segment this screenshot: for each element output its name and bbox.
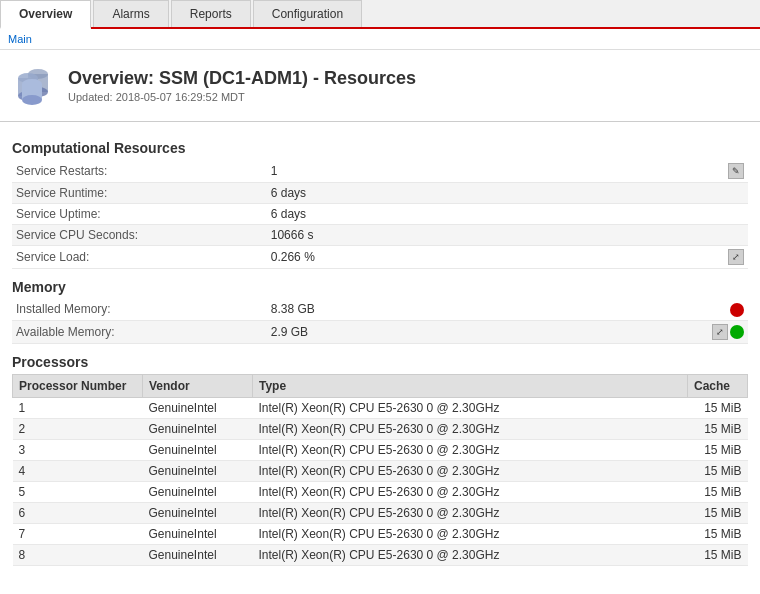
proc-cache: 15 MiB [688,544,748,565]
tab-bar: Overview Alarms Reports Configuration [0,0,760,29]
header-text: Overview: SSM (DC1-ADM1) - Resources Upd… [68,68,416,103]
table-row: Installed Memory: 8.38 GB [12,299,748,320]
expand-icon[interactable]: ⤢ [728,249,744,265]
page-header: Overview: SSM (DC1-ADM1) - Resources Upd… [0,50,760,122]
content-area: Computational Resources Service Restarts… [0,122,760,574]
table-row: 2 GenuineIntel Intel(R) Xeon(R) CPU E5-2… [13,418,748,439]
proc-vendor: GenuineIntel [143,502,253,523]
row-label: Service Runtime: [12,183,267,204]
proc-type: Intel(R) Xeon(R) CPU E5-2630 0 @ 2.30GHz [253,502,688,523]
table-row: Service CPU Seconds: 10666 s [12,225,748,246]
proc-number: 7 [13,523,143,544]
proc-vendor: GenuineIntel [143,439,253,460]
tab-reports[interactable]: Reports [171,0,251,27]
proc-vendor: GenuineIntel [143,418,253,439]
proc-cache: 15 MiB [688,460,748,481]
row-icon-cell [691,204,748,225]
table-row: 1 GenuineIntel Intel(R) Xeon(R) CPU E5-2… [13,397,748,418]
row-label: Installed Memory: [12,299,267,320]
proc-number: 5 [13,481,143,502]
table-header-row: Processor Number Vendor Type Cache [13,374,748,397]
row-value: 2.9 GB [267,320,692,343]
status-red-icon [730,303,744,317]
row-icon-cell [691,299,748,320]
row-label: Service CPU Seconds: [12,225,267,246]
processors-table: Processor Number Vendor Type Cache 1 Gen… [12,374,748,566]
proc-cache: 15 MiB [688,439,748,460]
row-icon-cell: ✎ [691,160,748,183]
row-value: 0.266 % [267,246,692,269]
col-vendor: Vendor [143,374,253,397]
edit-icon[interactable]: ✎ [728,163,744,179]
expand-icon[interactable]: ⤢ [712,324,728,340]
row-icon-cell: ⤢ [691,246,748,269]
ssm-icon [8,60,56,111]
table-row: 6 GenuineIntel Intel(R) Xeon(R) CPU E5-2… [13,502,748,523]
col-processor-number: Processor Number [13,374,143,397]
proc-cache: 15 MiB [688,502,748,523]
svg-point-8 [22,95,42,105]
page-title: Overview: SSM (DC1-ADM1) - Resources [68,68,416,89]
table-row: Service Runtime: 6 days [12,183,748,204]
proc-number: 3 [13,439,143,460]
row-icon-cell: ⤢ [691,320,748,343]
computational-table: Service Restarts: 1 ✎ Service Runtime: 6… [12,160,748,269]
tab-configuration[interactable]: Configuration [253,0,362,27]
status-green-icon [730,325,744,339]
proc-type: Intel(R) Xeon(R) CPU E5-2630 0 @ 2.30GHz [253,460,688,481]
breadcrumb-main[interactable]: Main [8,33,32,45]
proc-vendor: GenuineIntel [143,460,253,481]
proc-number: 4 [13,460,143,481]
row-value: 8.38 GB [267,299,692,320]
tab-alarms[interactable]: Alarms [93,0,168,27]
memory-title: Memory [12,279,748,295]
table-row: 7 GenuineIntel Intel(R) Xeon(R) CPU E5-2… [13,523,748,544]
table-row: 3 GenuineIntel Intel(R) Xeon(R) CPU E5-2… [13,439,748,460]
memory-table: Installed Memory: 8.38 GB Available Memo… [12,299,748,344]
col-type: Type [253,374,688,397]
col-cache: Cache [688,374,748,397]
proc-cache: 15 MiB [688,418,748,439]
proc-number: 6 [13,502,143,523]
row-label: Service Restarts: [12,160,267,183]
computational-title: Computational Resources [12,140,748,156]
table-row: 4 GenuineIntel Intel(R) Xeon(R) CPU E5-2… [13,460,748,481]
proc-type: Intel(R) Xeon(R) CPU E5-2630 0 @ 2.30GHz [253,397,688,418]
proc-cache: 15 MiB [688,397,748,418]
proc-type: Intel(R) Xeon(R) CPU E5-2630 0 @ 2.30GHz [253,439,688,460]
row-icon-cell [691,183,748,204]
row-label: Available Memory: [12,320,267,343]
row-label: Service Uptime: [12,204,267,225]
tab-overview[interactable]: Overview [0,0,91,29]
table-row: Service Load: 0.266 % ⤢ [12,246,748,269]
row-value: 6 days [267,183,692,204]
row-icon-cell [691,225,748,246]
row-label: Service Load: [12,246,267,269]
row-value: 10666 s [267,225,692,246]
table-row: Service Uptime: 6 days [12,204,748,225]
proc-type: Intel(R) Xeon(R) CPU E5-2630 0 @ 2.30GHz [253,418,688,439]
table-row: Available Memory: 2.9 GB ⤢ [12,320,748,343]
proc-type: Intel(R) Xeon(R) CPU E5-2630 0 @ 2.30GHz [253,481,688,502]
proc-vendor: GenuineIntel [143,544,253,565]
breadcrumb[interactable]: Main [0,29,760,50]
table-row: 8 GenuineIntel Intel(R) Xeon(R) CPU E5-2… [13,544,748,565]
proc-cache: 15 MiB [688,523,748,544]
proc-type: Intel(R) Xeon(R) CPU E5-2630 0 @ 2.30GHz [253,523,688,544]
row-value: 1 [267,160,692,183]
proc-number: 2 [13,418,143,439]
proc-vendor: GenuineIntel [143,397,253,418]
proc-number: 1 [13,397,143,418]
proc-vendor: GenuineIntel [143,481,253,502]
proc-type: Intel(R) Xeon(R) CPU E5-2630 0 @ 2.30GHz [253,544,688,565]
proc-number: 8 [13,544,143,565]
proc-vendor: GenuineIntel [143,523,253,544]
table-row: 5 GenuineIntel Intel(R) Xeon(R) CPU E5-2… [13,481,748,502]
table-row: Service Restarts: 1 ✎ [12,160,748,183]
page-subtitle: Updated: 2018-05-07 16:29:52 MDT [68,91,416,103]
row-value: 6 days [267,204,692,225]
proc-cache: 15 MiB [688,481,748,502]
processors-title: Processors [12,354,748,370]
